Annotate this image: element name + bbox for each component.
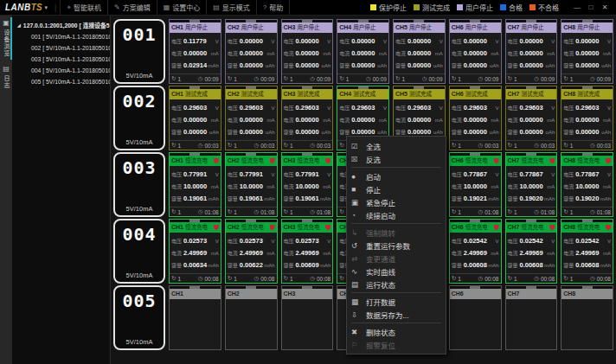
channel-card-004-ch6[interactable]: CH6恒流充电电压0.02542V电流2.49969mA容量0.00608mAh… bbox=[449, 219, 502, 284]
channel-card-002-ch2[interactable]: CH2测试完成电压0.29603V电流0.00000mA容量0.00000uAh… bbox=[225, 86, 278, 150]
voltage-unit: V bbox=[271, 39, 274, 44]
channel-card-004-ch8[interactable]: CH8恒流充电电压0.02542V电流2.49969mA容量0.00608mAh… bbox=[561, 219, 613, 284]
side-tab-log[interactable]: ▤日志 bbox=[0, 61, 12, 93]
tree-expand-icon[interactable]: ◢ bbox=[17, 22, 21, 28]
device-badge-001[interactable]: 0015V/10mA bbox=[113, 19, 165, 84]
minimize-button[interactable]: — bbox=[571, 3, 583, 11]
context-menu-item-delete-status[interactable]: ✖删除状态 bbox=[347, 325, 446, 338]
context-menu-item-run-status[interactable]: ▤运行状态 bbox=[347, 278, 446, 291]
channel-card-005-ch1[interactable]: CH1 bbox=[169, 285, 221, 350]
capacity-reading: 容量0.00608mAh bbox=[563, 261, 611, 269]
voltage-value: 0.02573 bbox=[296, 237, 327, 245]
channel-card-001-ch5[interactable]: CH5用户停止电压0.00000V电流0.00000mA容量0.00000uAh… bbox=[393, 19, 446, 84]
menu-item-settings-center[interactable]: ▦设置中心 bbox=[157, 0, 208, 15]
channel-name: CH5 bbox=[395, 22, 407, 33]
channel-card-003-ch7[interactable]: CH7恒流充电电压0.77867V电流10.0000mA容量0.19020mAh… bbox=[505, 152, 558, 217]
menu-item-plan-editor[interactable]: ✎方案编辑 bbox=[108, 0, 157, 15]
channel-card-001-ch7[interactable]: CH7用户停止电压0.00000V电流0.00000mA容量0.00000uAh… bbox=[505, 19, 558, 84]
context-menu-item-reset-run-params[interactable]: ↺重置运行参数 bbox=[347, 239, 446, 252]
device-badge-004[interactable]: 0045V/10mA bbox=[113, 219, 165, 284]
channel-readings: 电压0.00000V电流0.00000mA容量0.00000uAh bbox=[450, 33, 501, 73]
context-menu-item-emergency-stop[interactable]: ▣紧急停止 bbox=[347, 195, 446, 208]
close-button[interactable]: ✕ bbox=[599, 3, 611, 11]
tree-item-device-4[interactable]: 004 [ 5V/10mA-1.1-20180501004 ] bbox=[12, 65, 110, 76]
current-value: 10.0000 bbox=[575, 182, 602, 190]
channel-card-004-ch2[interactable]: CH2恒流充电电压0.02573V电流2.49969mA容量0.00622mAh… bbox=[225, 219, 278, 284]
voltage-reading: 电压0.29603V bbox=[452, 104, 499, 112]
channel-card-002-ch6[interactable]: CH6测试完成电压0.29603V电流0.00000mA容量0.00000uAh… bbox=[449, 86, 502, 150]
tree-root-node[interactable]: ◢ 127.0.0.1:2001,2000 [ 连接设备5 台 ] bbox=[12, 19, 110, 31]
current-label: 电流 bbox=[284, 49, 295, 57]
channel-card-005-ch2[interactable]: CH2 bbox=[225, 285, 278, 350]
legend-color-swatch bbox=[414, 4, 420, 10]
tree-item-device-1[interactable]: 001 [ 5V/10mA-1.1-20180501001 ] bbox=[12, 31, 110, 42]
channel-card-003-ch6[interactable]: CH6恒流充电电压0.77867V电流10.0000mA容量0.19021mAh… bbox=[449, 152, 502, 217]
channel-card-003-ch1[interactable]: CH1恒流充电电压0.77991V电流10.0000mA容量0.19061mAh… bbox=[169, 152, 221, 217]
context-menu-item-start[interactable]: ●启动 bbox=[347, 169, 446, 182]
current-label: 电流 bbox=[563, 182, 574, 190]
loop-icon: ↻ bbox=[452, 75, 456, 82]
channel-status-label: 恒流充电 bbox=[185, 222, 208, 233]
channel-readings: 电压0.29603V电流0.00000mA容量0.00000uAh bbox=[282, 99, 333, 140]
context-menu-item-resume-start[interactable]: ◔续接启动 bbox=[347, 208, 446, 221]
channel-card-001-ch4[interactable]: CH4用户停止电压0.00000V电流0.00000mA容量0.00000uAh… bbox=[337, 19, 389, 84]
loop-count: ↻1 bbox=[452, 75, 461, 82]
channel-card-005-ch7[interactable]: CH7 bbox=[505, 285, 558, 350]
channel-readings: 电压0.00000V电流0.00000mA容量0.00000uAh bbox=[506, 33, 557, 73]
current-label: 电流 bbox=[228, 49, 239, 57]
channel-card-003-ch2[interactable]: CH2恒流充电电压0.77991V电流10.0000mA容量0.19061mAh… bbox=[225, 152, 278, 217]
menu-item-smart-connect[interactable]: ⌖智能联机 bbox=[60, 0, 108, 15]
channel-card-002-ch1[interactable]: CH1测试完成电压0.29603V电流0.00000mA容量0.00000uAh… bbox=[169, 86, 221, 150]
channel-card-004-ch7[interactable]: CH7恒流充电电压0.02542V电流2.49969mA容量0.00608mAh… bbox=[505, 219, 558, 284]
channel-card-001-ch8[interactable]: CH8用户停止电压0.00000V电流0.00000mA容量0.00000uAh… bbox=[561, 19, 613, 84]
device-badge-003[interactable]: 0035V/10mA bbox=[113, 152, 165, 217]
open-data-icon: ▦ bbox=[351, 297, 366, 306]
channel-card-001-ch6[interactable]: CH6用户停止电压0.00000V电流0.00000mA容量0.00000uAh… bbox=[449, 19, 502, 84]
loop-count: ↻1 bbox=[228, 142, 237, 149]
channel-card-005-ch6[interactable]: CH6 bbox=[449, 285, 502, 350]
tree-item-device-5[interactable]: 005 [ 5V/10mA-1.1-20180501005 ] bbox=[12, 76, 110, 87]
channel-card-005-ch3[interactable]: CH3 bbox=[281, 285, 334, 350]
context-menu-item-open-data[interactable]: ▦打开数据 bbox=[347, 295, 446, 308]
channel-card-002-ch7[interactable]: CH7测试完成电压0.29603V电流0.00000mA容量0.00000uAh… bbox=[505, 86, 558, 150]
channel-card-002-ch3[interactable]: CH3测试完成电压0.29603V电流0.00000mA容量0.00000uAh… bbox=[281, 86, 334, 150]
current-reading: 电流0.00000mA bbox=[171, 116, 219, 124]
context-menu-item-realtime-curve[interactable]: ∿实时曲线 bbox=[347, 265, 446, 278]
clock-icon: ◷ bbox=[254, 142, 260, 149]
channel-card-001-ch1[interactable]: CH1用户停止电压0.11779V电流0.00000mA容量0.02914mAh… bbox=[169, 19, 221, 84]
context-menu-item-stop[interactable]: ■停止 bbox=[347, 182, 446, 195]
loop-count: ↻1 bbox=[284, 142, 293, 149]
channel-card-004-ch3[interactable]: CH3恒流充电电压0.02573V电流2.49969mA容量0.00609mAh… bbox=[281, 219, 334, 284]
restore-button[interactable]: □ bbox=[585, 3, 597, 11]
channel-card-001-ch3[interactable]: CH3用户停止电压0.00000V电流0.00000mA容量0.00000uAh… bbox=[281, 19, 334, 84]
context-menu-item-save-data-as[interactable]: ⇩数据另存为... bbox=[347, 308, 446, 321]
channel-card-002-ch8[interactable]: CH8测试完成电压0.29603V电流0.00000mA容量0.00000uAh… bbox=[561, 86, 613, 150]
capacity-reading: 容量0.19061mAh bbox=[228, 195, 275, 202]
context-menu-label: 重置运行参数 bbox=[366, 240, 410, 251]
context-menu-item-invert-selection[interactable]: ☒反选 bbox=[347, 152, 446, 165]
loop-icon: ↻ bbox=[339, 75, 343, 82]
channel-card-003-ch8[interactable]: CH8恒流充电电压0.77867V电流10.0000mA容量0.19020mAh… bbox=[561, 152, 613, 217]
channel-card-003-ch3[interactable]: CH3恒流充电电压0.77991V电流10.0000mA容量0.19061mAh… bbox=[281, 152, 334, 217]
channel-readings: 电压0.29603V电流0.00000mA容量0.00000uAh bbox=[170, 99, 221, 140]
device-badge-002[interactable]: 0025V/10mA bbox=[113, 86, 165, 150]
logo-dropdown-caret[interactable]: ▾ bbox=[45, 4, 48, 11]
channel-card-005-ch8[interactable]: CH8 bbox=[561, 285, 613, 350]
channel-card-001-ch2[interactable]: CH2用户停止电压0.00000V电流0.00000mA容量0.00000uAh… bbox=[225, 19, 278, 84]
context-menu-item-select-all[interactable]: ☑全选 bbox=[347, 139, 446, 152]
device-badge-005[interactable]: 0055V/10mA bbox=[113, 285, 165, 350]
tree-item-device-2[interactable]: 002 [ 5V/10mA-1.1-20180501002 ] bbox=[12, 42, 110, 54]
menu-item-display-mode[interactable]: ▤显示模式 bbox=[207, 0, 257, 15]
loop-value: 1 bbox=[514, 276, 517, 282]
side-tab-device-browse[interactable]: ▣设备浏览 bbox=[0, 16, 12, 61]
channel-readings: 电压0.29603V电流0.00000mA容量0.00000uAh bbox=[226, 99, 277, 140]
capacity-unit: uAh bbox=[209, 130, 219, 135]
menu-item-help[interactable]: ?帮助 bbox=[257, 0, 290, 15]
current-reading: 电流0.00000mA bbox=[395, 116, 443, 124]
tree-item-device-3[interactable]: 003 [ 5V/10mA-1.1-20180501003 ] bbox=[12, 54, 110, 65]
clock-icon: ◷ bbox=[310, 208, 315, 215]
clock-icon: ◷ bbox=[310, 75, 315, 82]
elapsed-time: ◷00:09 bbox=[590, 75, 611, 82]
channel-card-004-ch1[interactable]: CH1恒流充电电压0.02573V电流2.49969mA容量0.00634mAh… bbox=[169, 219, 221, 284]
capacity-value: 0.19020 bbox=[520, 195, 543, 202]
